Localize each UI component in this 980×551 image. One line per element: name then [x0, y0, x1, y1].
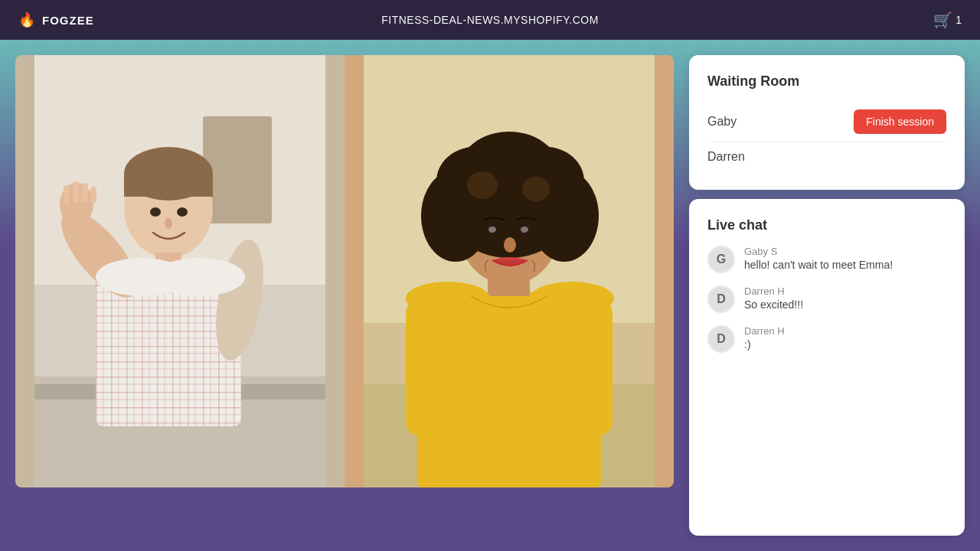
video-panel-left: [15, 55, 345, 487]
svg-point-21: [177, 207, 188, 217]
app-header: 🔥 FOGZEE FITNESS-DEAL-NEWS.MYSHOPIFY.COM…: [0, 0, 980, 40]
flame-icon: 🔥: [18, 11, 36, 28]
chat-message-2: D Darren H So excited!!!: [707, 285, 946, 313]
svg-point-45: [521, 227, 528, 233]
chat-sender-2: Darren H: [744, 285, 946, 297]
svg-point-19: [153, 258, 245, 296]
video-panel-right: [345, 55, 674, 487]
video-left-svg: [15, 55, 345, 487]
svg-rect-15: [82, 183, 88, 203]
svg-rect-13: [64, 185, 70, 204]
waiting-room-item-gaby: Gaby Finish session: [707, 102, 946, 142]
video-right-svg: [345, 55, 674, 487]
svg-point-40: [467, 171, 498, 199]
cart-icon: 🛒: [933, 11, 952, 29]
chat-content-1: Gaby S hello! can't wait to meet Emma!: [744, 246, 946, 271]
svg-rect-2: [203, 116, 272, 223]
svg-point-20: [150, 207, 161, 217]
waiting-room-item-darren: Darren: [707, 142, 946, 171]
chat-sender-1: Gaby S: [744, 246, 946, 257]
waiting-room-card: Waiting Room Gaby Finish session Darren: [689, 55, 965, 190]
svg-rect-49: [406, 298, 448, 436]
waiting-room-list: Gaby Finish session Darren: [707, 102, 946, 171]
chat-text-3: :): [744, 338, 946, 350]
svg-rect-50: [570, 298, 612, 436]
live-chat-title: Live chat: [707, 217, 946, 233]
chat-avatar-darren-1: D: [707, 285, 735, 313]
svg-rect-14: [73, 181, 79, 203]
waiting-room-title: Waiting Room: [707, 73, 946, 90]
cart-area[interactable]: 🛒 1: [933, 11, 962, 29]
participant-name-gaby: Gaby: [707, 115, 737, 129]
video-area: [15, 55, 674, 487]
chat-text-2: So excited!!!: [744, 298, 946, 311]
finish-session-button[interactable]: Finish session: [854, 109, 946, 134]
right-panel: Waiting Room Gaby Finish session Darren …: [689, 55, 965, 536]
chat-message-1: G Gaby S hello! can't wait to meet Emma!: [707, 246, 946, 273]
svg-point-22: [165, 218, 172, 229]
participant-name-darren: Darren: [707, 150, 745, 164]
logo: 🔥 FOGZEE: [18, 11, 94, 28]
chat-avatar-darren-2: D: [707, 325, 735, 353]
svg-rect-7: [124, 174, 213, 197]
live-chat-card: Live chat G Gaby S hello! can't wait to …: [689, 199, 965, 536]
chat-content-2: Darren H So excited!!!: [744, 285, 946, 311]
svg-rect-16: [90, 187, 96, 204]
svg-point-41: [522, 177, 550, 201]
chat-avatar-gaby: G: [707, 246, 735, 273]
cart-count: 1: [956, 14, 962, 26]
chat-message-3: D Darren H :): [707, 325, 946, 353]
chat-content-3: Darren H :): [744, 325, 946, 350]
chat-text-1: hello! can't wait to meet Emma!: [744, 259, 946, 271]
chat-sender-3: Darren H: [744, 325, 946, 337]
logo-text: FOGZEE: [42, 14, 94, 27]
domain-label: FITNESS-DEAL-NEWS.MYSHOPIFY.COM: [381, 14, 599, 26]
chat-messages: G Gaby S hello! can't wait to meet Emma!…: [707, 246, 946, 353]
svg-point-44: [488, 227, 496, 233]
svg-point-46: [504, 237, 516, 253]
main-content: Waiting Room Gaby Finish session Darren …: [0, 40, 980, 551]
